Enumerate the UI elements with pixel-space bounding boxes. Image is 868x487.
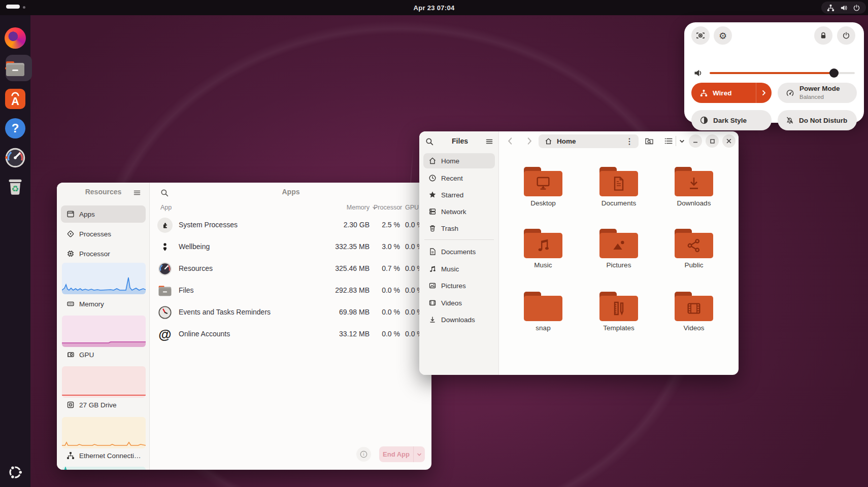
sidebar-item-label: Processes [79, 230, 111, 238]
chevron-down-icon[interactable] [414, 453, 425, 457]
sidebar-item-label: Network [441, 208, 466, 216]
search-in-folder-icon[interactable] [645, 136, 654, 146]
screenshot-button[interactable] [691, 26, 710, 45]
memory-value: 2.30 GB [313, 221, 370, 229]
lock-icon [819, 31, 827, 40]
memory-value: 33.12 MB [313, 330, 370, 338]
trash-icon: ♻ [5, 176, 25, 196]
column-header-processor[interactable]: Processor [374, 204, 400, 211]
list-view-button[interactable] [664, 136, 673, 146]
wired-network-tile[interactable]: Wired [691, 83, 772, 103]
volume-slider[interactable] [710, 72, 855, 74]
puzzle-icon [157, 218, 173, 233]
sidebar-separator [424, 239, 494, 240]
sidebar-item-starred[interactable]: Starred [423, 187, 495, 202]
info-button[interactable]: i [356, 447, 371, 462]
column-header-app[interactable]: App [160, 204, 172, 211]
volume-slider-knob[interactable] [829, 68, 839, 78]
toolbar-separator [676, 136, 676, 146]
folder-item-downloads[interactable]: Downloads [661, 167, 727, 207]
menu-icon[interactable] [133, 189, 141, 197]
sidebar-item-home[interactable]: Home [423, 153, 495, 168]
app-row-online-accounts[interactable]: @ Online Accounts 33.12 MB 0.0 % 0.0 % [150, 324, 431, 345]
sidebar-item-processor[interactable]: Processor [61, 245, 146, 262]
files-window: Files Home Recent Starred Network [419, 131, 739, 375]
folder-item-desktop[interactable]: Desktop [510, 167, 576, 207]
chevron-right-icon[interactable] [761, 90, 766, 96]
minimize-button[interactable] [689, 134, 702, 148]
end-app-button[interactable]: End App [379, 446, 425, 462]
settings-button[interactable]: ⚙ [714, 26, 732, 45]
files-sidebar: Files Home Recent Starred Network [419, 131, 499, 375]
folder-item-public[interactable]: Public [661, 229, 727, 269]
dock-item-files[interactable] [4, 57, 27, 80]
processor-value: 0.0 % [374, 308, 400, 316]
dock-item-resources[interactable] [4, 146, 27, 169]
sidebar-item-network[interactable]: Network [423, 204, 495, 219]
power-mode-tile[interactable]: Power Mode Balanced [778, 83, 857, 103]
files-window-title: Files [435, 137, 485, 145]
maximize-button[interactable] [706, 134, 719, 148]
folder-item-documents[interactable]: Documents [586, 167, 652, 207]
app-center-icon: A [5, 89, 25, 109]
sidebar-item-memory[interactable]: Memory [61, 295, 146, 312]
app-row-resources[interactable]: Resources 325.46 MB 0.7 % 0.0 % [150, 258, 431, 280]
sidebar-item-ethernet[interactable]: Ethernet Connecti… [61, 447, 146, 464]
sidebar-item-documents[interactable]: Documents [423, 244, 495, 259]
dark-style-tile[interactable]: Dark Style [691, 110, 772, 130]
sidebar-item-label: Videos [441, 299, 462, 307]
close-button[interactable] [722, 134, 736, 148]
folder-item-templates[interactable]: Templates [586, 292, 652, 332]
path-bar[interactable]: Home ⋮ [539, 134, 639, 148]
view-options-chevron-icon[interactable] [679, 139, 685, 144]
app-row-events-tasks[interactable]: Events and Tasks Reminders 69.98 MB 0.0 … [150, 302, 431, 324]
clock[interactable]: Apr 23 07:04 [0, 0, 868, 15]
desktop: Apr 23 07:04 [0, 0, 868, 487]
sidebar-item-music[interactable]: Music [423, 261, 495, 276]
folder-item-videos[interactable]: Videos [661, 292, 727, 332]
kebab-menu-icon[interactable]: ⋮ [625, 136, 633, 146]
do-not-disturb-label: Do Not Disturb [799, 117, 847, 124]
app-row-system-processes[interactable]: System Processes 2.30 GB 2.5 % 0.0 % [150, 215, 431, 236]
dock-item-help[interactable]: ? [4, 117, 27, 140]
app-row-wellbeing[interactable]: Wellbeing 332.35 MB 3.0 % 0.0 % [150, 236, 431, 258]
sidebar-item-recent[interactable]: Recent [423, 170, 495, 186]
sidebar-item-processes[interactable]: Processes [61, 225, 146, 242]
workspace-indicator-active[interactable] [6, 5, 20, 9]
bell-slash-icon [786, 116, 794, 124]
menu-icon[interactable] [485, 137, 493, 146]
dock-item-show-apps[interactable] [4, 461, 27, 484]
dock-item-firefox[interactable] [4, 26, 27, 50]
lock-button[interactable] [814, 26, 832, 45]
search-icon[interactable] [425, 137, 434, 146]
dock-item-app-center[interactable]: A [4, 87, 27, 111]
folder-item-pictures[interactable]: Pictures [586, 229, 652, 269]
dock-item-trash[interactable]: ♻ [4, 175, 27, 198]
folder-name: Videos [683, 324, 704, 332]
sidebar-item-label: 27 GB Drive [79, 401, 117, 409]
forward-button[interactable] [525, 136, 534, 146]
sidebar-item-videos[interactable]: Videos [423, 295, 495, 310]
folder-item-music[interactable]: Music [510, 229, 576, 269]
do-not-disturb-tile[interactable]: Do Not Disturb [778, 110, 857, 130]
memory-value: 332.35 MB [313, 242, 370, 251]
sidebar-item-apps[interactable]: Apps [61, 205, 146, 223]
sidebar-item-gpu[interactable]: GPU [61, 346, 146, 363]
apps-pane-title: Apps [150, 188, 431, 196]
column-header-gpu[interactable]: GPU [405, 204, 419, 211]
memory-icon [66, 300, 75, 308]
app-row-files[interactable]: Files 292.83 MB 0.0 % 0.0 % [150, 280, 431, 302]
clock-reminder-icon [157, 305, 173, 320]
sidebar-item-pictures[interactable]: Pictures [423, 278, 495, 293]
system-tray[interactable] [821, 2, 866, 14]
sidebar-item-drive[interactable]: 27 GB Drive [61, 396, 146, 413]
sidebar-item-downloads[interactable]: Downloads [423, 312, 495, 327]
column-header-memory[interactable]: Memory [313, 204, 370, 211]
sidebar-item-trash[interactable]: Trash [423, 221, 495, 236]
volume-slider-fill [710, 72, 833, 74]
power-button[interactable] [837, 26, 855, 45]
back-button[interactable] [506, 136, 515, 146]
app-name: Wellbeing [179, 242, 210, 251]
folder-item-snap[interactable]: snap [510, 292, 576, 332]
workspace-indicator-dot[interactable] [23, 6, 25, 9]
